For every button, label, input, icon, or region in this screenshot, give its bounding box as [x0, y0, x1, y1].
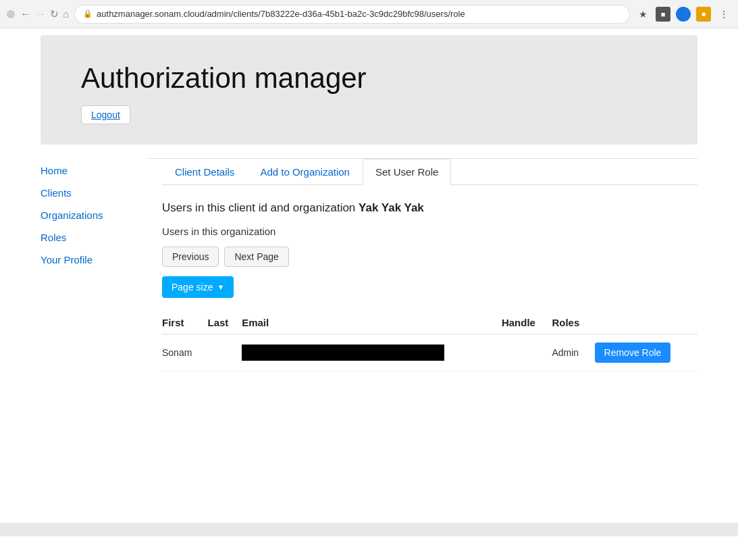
tab-set-user-role[interactable]: Set User Role — [363, 159, 451, 185]
chevron-down-icon: ▼ — [217, 283, 224, 291]
remove-role-button[interactable]: Remove Role — [595, 342, 671, 363]
section-title: Users in this client id and organization… — [162, 201, 697, 215]
browser-chrome: ← → ↻ ⌂ 🔒 authzmanager.sonam.cloud/admin… — [0, 0, 738, 28]
page-size-button[interactable]: Page size ▼ — [162, 276, 234, 298]
sidebar-item-your-profile[interactable]: Your Profile — [41, 254, 149, 265]
table-row: Sonam Admin Remove Role — [162, 334, 697, 372]
page-wrapper: Authorization manager Logout Home Client… — [0, 35, 738, 560]
cell-action: Remove Role — [595, 334, 697, 372]
pagination: Previous Next Page — [162, 247, 697, 267]
address-bar[interactable]: 🔒 authzmanager.sonam.cloud/admin/clients… — [74, 5, 630, 24]
nav-controls: ← → ↻ ⌂ — [20, 8, 69, 20]
reload-icon[interactable]: ↻ — [50, 8, 59, 20]
cell-email — [242, 334, 502, 372]
logout-button[interactable]: Logout — [81, 105, 130, 124]
previous-button[interactable]: Previous — [162, 247, 219, 267]
table-body: Sonam Admin Remove Role — [162, 334, 697, 372]
table-header-row: First Last Email Handle Roles — [162, 311, 697, 334]
table-header: First Last Email Handle Roles — [162, 311, 697, 334]
col-roles: Roles — [552, 311, 594, 334]
users-table: First Last Email Handle Roles Sonam — [162, 311, 697, 372]
organization-name: Yak Yak Yak — [359, 201, 424, 214]
url-text: authzmanager.sonam.cloud/admin/clients/7… — [97, 9, 465, 19]
lock-icon: 🔒 — [83, 9, 93, 18]
sidebar-nav: Home Clients Organizations Roles Your Pr… — [41, 165, 149, 265]
col-last: Last — [207, 311, 242, 334]
cell-handle — [502, 334, 552, 372]
sidebar-item-roles[interactable]: Roles — [41, 232, 149, 243]
col-email: Email — [242, 311, 502, 334]
tabs: Client Details Add to Organization Set U… — [162, 159, 697, 185]
section-label: Users in this organization — [162, 226, 697, 237]
home-icon[interactable]: ⌂ — [63, 8, 69, 20]
browser-dot-1 — [7, 10, 15, 18]
sidebar-item-home[interactable]: Home — [41, 165, 149, 176]
header-banner: Authorization manager Logout — [41, 35, 697, 145]
cell-first: Sonam — [162, 334, 207, 372]
browser-actions: ★ ■ 👤 ■ ⋮ — [635, 7, 731, 22]
settings-icon[interactable]: ⋮ — [716, 7, 731, 22]
sidebar-item-clients[interactable]: Clients — [41, 187, 149, 199]
extension-icon-2[interactable]: ■ — [696, 7, 711, 22]
cell-last — [207, 334, 242, 372]
forward-icon[interactable]: → — [35, 8, 46, 20]
back-icon[interactable]: ← — [20, 8, 31, 20]
cell-roles: Admin — [552, 334, 594, 372]
sidebar-item-organizations[interactable]: Organizations — [41, 209, 149, 221]
col-first: First — [162, 311, 207, 334]
sidebar: Home Clients Organizations Roles Your Pr… — [41, 158, 149, 496]
bookmark-icon[interactable]: ★ — [635, 7, 650, 22]
content-area: Client Details Add to Organization Set U… — [149, 158, 697, 496]
browser-controls — [7, 10, 15, 18]
extension-icon-1[interactable]: ■ — [656, 7, 670, 22]
tab-add-to-organization[interactable]: Add to Organization — [247, 159, 363, 185]
user-icon[interactable]: 👤 — [676, 7, 691, 22]
footer — [0, 523, 738, 536]
main-layout: Home Clients Organizations Roles Your Pr… — [41, 145, 697, 496]
email-redacted — [242, 345, 444, 361]
next-page-button[interactable]: Next Page — [224, 247, 288, 267]
col-actions — [595, 311, 697, 334]
col-handle: Handle — [502, 311, 552, 334]
tab-client-details[interactable]: Client Details — [162, 159, 247, 185]
page-title: Authorization manager — [81, 62, 657, 95]
